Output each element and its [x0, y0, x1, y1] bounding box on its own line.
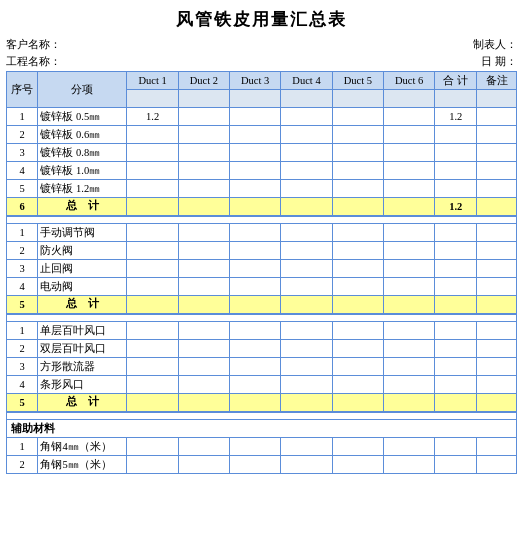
cell-duct1 [127, 438, 178, 456]
sub-duct3 [230, 90, 281, 108]
table-header-row: 序号 分项 Duct 1 Duct 2 Duct 3 Duct 4 Duct 5… [7, 72, 517, 90]
cell-duct5 [332, 296, 383, 314]
cell-duct3 [230, 296, 281, 314]
col-header-duct1: Duct 1 [127, 72, 178, 90]
cell-spec: 镀锌板 1.0㎜ [38, 162, 127, 180]
cell-duct2 [178, 198, 229, 216]
cell-note [477, 296, 517, 314]
cell-spec: 角钢5㎜（米） [38, 456, 127, 474]
cell-duct6 [383, 340, 434, 358]
page-container: 风管铁皮用量汇总表 客户名称： 制表人： 工程名称： 日 期： 序号 分项 Du… [0, 0, 523, 478]
cell-duct3 [230, 394, 281, 412]
cell-duct3 [230, 144, 281, 162]
col-header-duct6: Duct 6 [383, 72, 434, 90]
cell-duct4 [281, 438, 332, 456]
cell-duct2 [178, 224, 229, 242]
cell-duct4 [281, 198, 332, 216]
cell-duct4 [281, 180, 332, 198]
cell-duct3 [230, 322, 281, 340]
cell-note [477, 278, 517, 296]
table-row: 2 防火阀 [7, 242, 517, 260]
cell-duct3 [230, 242, 281, 260]
cell-duct6 [383, 224, 434, 242]
table-row: 1 角钢4㎜（米） [7, 438, 517, 456]
cell-duct4 [281, 322, 332, 340]
cell-total [435, 456, 477, 474]
cell-duct4 [281, 340, 332, 358]
cell-duct1 [127, 296, 178, 314]
cell-duct5 [332, 340, 383, 358]
cell-note [477, 376, 517, 394]
col-header-subitem: 分项 [38, 72, 127, 108]
cell-total [435, 376, 477, 394]
cell-duct2 [178, 376, 229, 394]
cell-duct4 [281, 394, 332, 412]
cell-note [477, 242, 517, 260]
table-row: 2 双层百叶风口 [7, 340, 517, 358]
cell-duct6 [383, 242, 434, 260]
cell-note [477, 358, 517, 376]
cell-num: 2 [7, 340, 38, 358]
table-row: 2 角钢5㎜（米） [7, 456, 517, 474]
cell-duct2 [178, 180, 229, 198]
cell-num: 4 [7, 162, 38, 180]
cell-duct2 [178, 322, 229, 340]
col-header-note: 备注 [477, 72, 517, 90]
cell-duct6 [383, 108, 434, 126]
cell-spec: 角钢4㎜（米） [38, 438, 127, 456]
cell-duct2 [178, 456, 229, 474]
cell-spec: 防火阀 [38, 242, 127, 260]
cell-note [477, 180, 517, 198]
cell-duct1 [127, 456, 178, 474]
cell-duct3 [230, 340, 281, 358]
cell-total [435, 260, 477, 278]
sub-duct2 [178, 90, 229, 108]
cell-num: 5 [7, 296, 38, 314]
cell-duct5 [332, 394, 383, 412]
cell-duct5 [332, 108, 383, 126]
cell-num: 1 [7, 224, 38, 242]
cell-duct2 [178, 144, 229, 162]
table-row: 4 镀锌板 1.0㎜ [7, 162, 517, 180]
cell-total-label: 总 计 [38, 394, 127, 412]
sub-note [477, 90, 517, 108]
cell-duct3 [230, 438, 281, 456]
client-label: 客户名称： [6, 37, 61, 52]
cell-num: 4 [7, 278, 38, 296]
cell-duct3 [230, 358, 281, 376]
cell-duct5 [332, 260, 383, 278]
cell-duct5 [332, 438, 383, 456]
page-title: 风管铁皮用量汇总表 [6, 8, 517, 31]
cell-duct6 [383, 162, 434, 180]
col-header-duct4: Duct 4 [281, 72, 332, 90]
sub-duct5 [332, 90, 383, 108]
cell-duct3 [230, 198, 281, 216]
cell-note [477, 108, 517, 126]
cell-duct6 [383, 456, 434, 474]
meta-row-2: 工程名称： 日 期： [6, 54, 517, 69]
cell-num: 3 [7, 358, 38, 376]
cell-note [477, 394, 517, 412]
cell-note [477, 260, 517, 278]
maker-label: 制表人： [473, 37, 517, 52]
cell-duct4 [281, 456, 332, 474]
cell-duct3 [230, 456, 281, 474]
cell-duct3 [230, 224, 281, 242]
cell-duct2 [178, 242, 229, 260]
col-header-duct3: Duct 3 [230, 72, 281, 90]
cell-duct1 [127, 358, 178, 376]
cell-duct3 [230, 162, 281, 180]
cell-total [435, 278, 477, 296]
table-row: 2 镀锌板 0.6㎜ [7, 126, 517, 144]
cell-note [477, 162, 517, 180]
cell-duct1 [127, 180, 178, 198]
cell-spec: 电动阀 [38, 278, 127, 296]
project-label: 工程名称： [6, 54, 61, 69]
cell-total [435, 242, 477, 260]
cell-total-label: 总 计 [38, 296, 127, 314]
table-row: 3 镀锌板 0.8㎜ [7, 144, 517, 162]
cell-spec: 单层百叶风口 [38, 322, 127, 340]
cell-duct2 [178, 296, 229, 314]
cell-spec: 双层百叶风口 [38, 340, 127, 358]
cell-duct3 [230, 108, 281, 126]
